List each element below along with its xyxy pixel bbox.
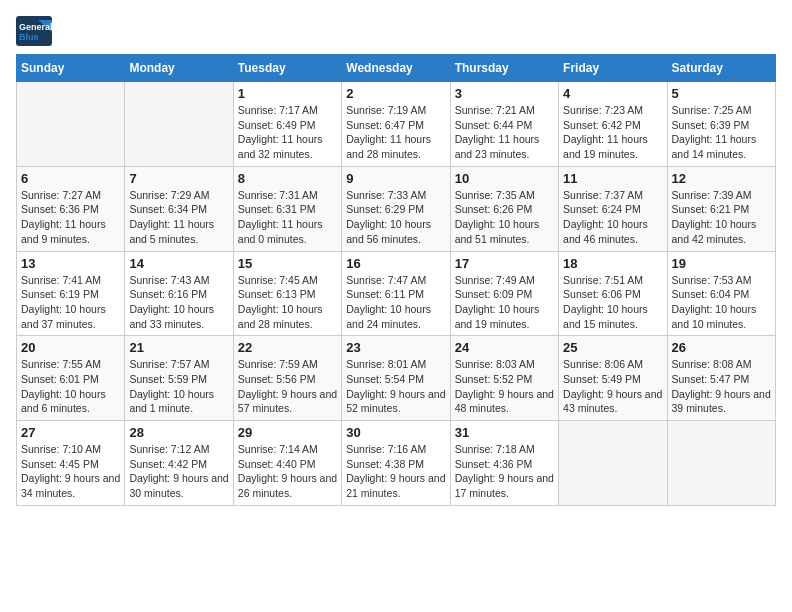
calendar-week-3: 13Sunrise: 7:41 AMSunset: 6:19 PMDayligh… [17,251,776,336]
day-info: Sunrise: 7:41 AMSunset: 6:19 PMDaylight:… [21,273,120,332]
column-header-friday: Friday [559,55,667,82]
day-number: 24 [455,340,554,355]
calendar-cell: 19Sunrise: 7:53 AMSunset: 6:04 PMDayligh… [667,251,775,336]
day-info: Sunrise: 7:59 AMSunset: 5:56 PMDaylight:… [238,357,337,416]
day-info: Sunrise: 7:57 AMSunset: 5:59 PMDaylight:… [129,357,228,416]
day-number: 27 [21,425,120,440]
day-number: 7 [129,171,228,186]
day-info: Sunrise: 7:49 AMSunset: 6:09 PMDaylight:… [455,273,554,332]
day-number: 11 [563,171,662,186]
day-number: 6 [21,171,120,186]
page-header: General Blue [16,16,776,46]
calendar-cell [559,421,667,506]
day-number: 16 [346,256,445,271]
calendar-cell: 21Sunrise: 7:57 AMSunset: 5:59 PMDayligh… [125,336,233,421]
calendar-week-4: 20Sunrise: 7:55 AMSunset: 6:01 PMDayligh… [17,336,776,421]
day-info: Sunrise: 7:55 AMSunset: 6:01 PMDaylight:… [21,357,120,416]
column-header-saturday: Saturday [667,55,775,82]
calendar-cell: 28Sunrise: 7:12 AMSunset: 4:42 PMDayligh… [125,421,233,506]
calendar-cell: 18Sunrise: 7:51 AMSunset: 6:06 PMDayligh… [559,251,667,336]
day-info: Sunrise: 7:47 AMSunset: 6:11 PMDaylight:… [346,273,445,332]
day-number: 5 [672,86,771,101]
calendar-cell: 12Sunrise: 7:39 AMSunset: 6:21 PMDayligh… [667,166,775,251]
day-number: 31 [455,425,554,440]
column-header-thursday: Thursday [450,55,558,82]
day-number: 13 [21,256,120,271]
day-info: Sunrise: 7:17 AMSunset: 6:49 PMDaylight:… [238,103,337,162]
calendar-cell: 9Sunrise: 7:33 AMSunset: 6:29 PMDaylight… [342,166,450,251]
day-number: 20 [21,340,120,355]
day-number: 26 [672,340,771,355]
calendar-cell: 4Sunrise: 7:23 AMSunset: 6:42 PMDaylight… [559,82,667,167]
day-info: Sunrise: 7:16 AMSunset: 4:38 PMDaylight:… [346,442,445,501]
day-number: 18 [563,256,662,271]
calendar-cell: 17Sunrise: 7:49 AMSunset: 6:09 PMDayligh… [450,251,558,336]
calendar-cell: 5Sunrise: 7:25 AMSunset: 6:39 PMDaylight… [667,82,775,167]
calendar-cell: 1Sunrise: 7:17 AMSunset: 6:49 PMDaylight… [233,82,341,167]
calendar-cell: 10Sunrise: 7:35 AMSunset: 6:26 PMDayligh… [450,166,558,251]
logo: General Blue [16,16,52,46]
calendar-cell: 26Sunrise: 8:08 AMSunset: 5:47 PMDayligh… [667,336,775,421]
calendar-cell [125,82,233,167]
day-info: Sunrise: 8:08 AMSunset: 5:47 PMDaylight:… [672,357,771,416]
calendar-header: SundayMondayTuesdayWednesdayThursdayFrid… [17,55,776,82]
day-info: Sunrise: 7:19 AMSunset: 6:47 PMDaylight:… [346,103,445,162]
calendar-cell: 8Sunrise: 7:31 AMSunset: 6:31 PMDaylight… [233,166,341,251]
day-number: 19 [672,256,771,271]
day-info: Sunrise: 7:31 AMSunset: 6:31 PMDaylight:… [238,188,337,247]
day-number: 23 [346,340,445,355]
calendar-week-5: 27Sunrise: 7:10 AMSunset: 4:45 PMDayligh… [17,421,776,506]
calendar-cell [667,421,775,506]
day-info: Sunrise: 8:06 AMSunset: 5:49 PMDaylight:… [563,357,662,416]
calendar-table: SundayMondayTuesdayWednesdayThursdayFrid… [16,54,776,506]
day-info: Sunrise: 7:12 AMSunset: 4:42 PMDaylight:… [129,442,228,501]
calendar-cell: 3Sunrise: 7:21 AMSunset: 6:44 PMDaylight… [450,82,558,167]
calendar-cell: 27Sunrise: 7:10 AMSunset: 4:45 PMDayligh… [17,421,125,506]
column-header-wednesday: Wednesday [342,55,450,82]
day-info: Sunrise: 7:53 AMSunset: 6:04 PMDaylight:… [672,273,771,332]
day-number: 1 [238,86,337,101]
column-header-sunday: Sunday [17,55,125,82]
day-info: Sunrise: 7:39 AMSunset: 6:21 PMDaylight:… [672,188,771,247]
calendar-cell: 23Sunrise: 8:01 AMSunset: 5:54 PMDayligh… [342,336,450,421]
day-number: 10 [455,171,554,186]
column-header-monday: Monday [125,55,233,82]
svg-text:General: General [19,22,52,32]
calendar-cell: 24Sunrise: 8:03 AMSunset: 5:52 PMDayligh… [450,336,558,421]
day-number: 22 [238,340,337,355]
calendar-cell [17,82,125,167]
calendar-week-2: 6Sunrise: 7:27 AMSunset: 6:36 PMDaylight… [17,166,776,251]
calendar-cell: 16Sunrise: 7:47 AMSunset: 6:11 PMDayligh… [342,251,450,336]
day-info: Sunrise: 7:37 AMSunset: 6:24 PMDaylight:… [563,188,662,247]
day-info: Sunrise: 7:27 AMSunset: 6:36 PMDaylight:… [21,188,120,247]
header-row: SundayMondayTuesdayWednesdayThursdayFrid… [17,55,776,82]
day-info: Sunrise: 7:35 AMSunset: 6:26 PMDaylight:… [455,188,554,247]
day-info: Sunrise: 8:01 AMSunset: 5:54 PMDaylight:… [346,357,445,416]
column-header-tuesday: Tuesday [233,55,341,82]
day-number: 14 [129,256,228,271]
calendar-body: 1Sunrise: 7:17 AMSunset: 6:49 PMDaylight… [17,82,776,506]
day-number: 9 [346,171,445,186]
calendar-cell: 15Sunrise: 7:45 AMSunset: 6:13 PMDayligh… [233,251,341,336]
day-number: 12 [672,171,771,186]
calendar-cell: 31Sunrise: 7:18 AMSunset: 4:36 PMDayligh… [450,421,558,506]
calendar-cell: 13Sunrise: 7:41 AMSunset: 6:19 PMDayligh… [17,251,125,336]
day-number: 30 [346,425,445,440]
day-info: Sunrise: 7:10 AMSunset: 4:45 PMDaylight:… [21,442,120,501]
day-number: 8 [238,171,337,186]
day-number: 25 [563,340,662,355]
day-info: Sunrise: 7:33 AMSunset: 6:29 PMDaylight:… [346,188,445,247]
calendar-cell: 29Sunrise: 7:14 AMSunset: 4:40 PMDayligh… [233,421,341,506]
calendar-cell: 2Sunrise: 7:19 AMSunset: 6:47 PMDaylight… [342,82,450,167]
day-info: Sunrise: 7:23 AMSunset: 6:42 PMDaylight:… [563,103,662,162]
day-info: Sunrise: 7:25 AMSunset: 6:39 PMDaylight:… [672,103,771,162]
day-number: 4 [563,86,662,101]
logo-icon: General Blue [16,16,52,46]
day-number: 17 [455,256,554,271]
day-info: Sunrise: 7:29 AMSunset: 6:34 PMDaylight:… [129,188,228,247]
day-number: 2 [346,86,445,101]
day-info: Sunrise: 7:45 AMSunset: 6:13 PMDaylight:… [238,273,337,332]
calendar-cell: 22Sunrise: 7:59 AMSunset: 5:56 PMDayligh… [233,336,341,421]
day-info: Sunrise: 7:43 AMSunset: 6:16 PMDaylight:… [129,273,228,332]
day-number: 15 [238,256,337,271]
